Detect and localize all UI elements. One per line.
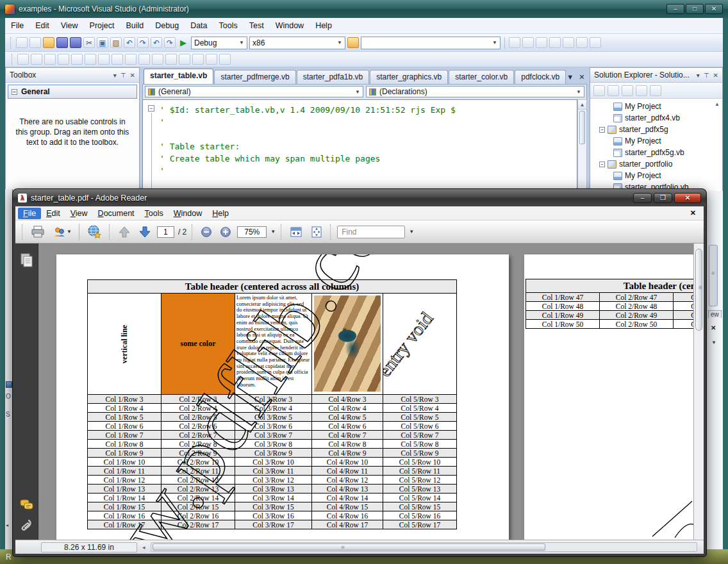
find-in-files-icon[interactable] [509,37,520,48]
tree-item-starter_pdfx4-vb[interactable]: starter_pdfx4.vb [590,112,722,124]
magnifier-off-icon[interactable] [219,54,231,65]
add-new-item-icon[interactable] [29,37,41,48]
new-project-icon[interactable] [16,37,28,48]
reader-menu-tools[interactable]: Tools [140,208,169,219]
view-class-diagram-icon[interactable] [650,85,661,96]
chevron-down-icon[interactable]: ▾ [697,72,700,79]
vs-menu-debug[interactable]: Debug [149,19,185,33]
balloon-arrow2-icon[interactable] [206,54,217,65]
speech-balloon-icon[interactable] [138,54,150,65]
collaborate-button[interactable]: ▼ [51,223,74,241]
fit-page-button[interactable] [308,223,325,241]
reader-menu-document[interactable]: Document [93,208,140,219]
align-lines-icon[interactable] [98,54,110,65]
scrollbar-thumb[interactable] [579,111,585,144]
next-page-button[interactable] [136,223,153,241]
scrollbar-thumb[interactable] [695,249,702,331]
reader-menu-view[interactable]: View [65,208,93,219]
tab-starter_pdfmerge.vb[interactable]: starter_pdfmerge.vb [214,70,295,84]
tab-starter_graphics.vb[interactable]: starter_graphics.vb [370,70,448,84]
vs-minimize-button[interactable]: – [666,4,684,14]
comments-panel-icon[interactable] [20,499,34,514]
scrollbar-thumb[interactable] [153,543,545,551]
vs-maximize-button[interactable]: □ [686,4,704,14]
vs-menu-view[interactable]: View [55,19,84,33]
pin-icon[interactable]: ⊤ [120,72,126,79]
chevron-down-icon[interactable]: ▼ [270,229,276,235]
vs-menu-window[interactable]: Window [270,19,310,33]
save-icon[interactable] [56,37,68,48]
reader-restore-button[interactable]: ❐ [654,193,672,203]
vs-menu-build[interactable]: Build [120,19,149,33]
tab-starter_color.vb[interactable]: starter_color.vb [449,70,514,84]
tab-pdfclock.vb[interactable]: pdfclock.vb [515,70,566,84]
code-fold-icon[interactable]: − [148,105,154,112]
find-dropdown-icon[interactable]: ▼ [409,229,414,235]
fit-width-button[interactable] [288,223,304,241]
zoom-out-button[interactable] [199,223,214,241]
vs-menu-tools[interactable]: Tools [213,19,244,33]
object-browser-icon[interactable] [549,37,561,48]
reader-menu-edit[interactable]: Edit [41,208,65,219]
scroll-up-icon[interactable]: ▲ [715,101,720,107]
reader-menu-help[interactable]: Help [207,208,234,219]
tree-item-starter_portfolio[interactable]: −starter_portfolio [590,158,722,170]
rounded-rectangle-icon[interactable] [125,54,136,65]
toolbox-group-general[interactable]: − General [8,85,137,99]
indent-icon[interactable] [85,54,96,65]
vs-menu-test[interactable]: Test [244,19,270,33]
find-symbol-icon[interactable] [522,37,534,48]
vs-menu-file[interactable]: File [5,19,29,33]
vs-close-button[interactable]: ✕ [705,4,723,14]
share-web-button[interactable] [85,223,104,241]
collapse-icon[interactable]: − [599,162,605,167]
tree-item-my-project[interactable]: My Project [590,101,722,112]
close-icon[interactable]: ✕ [130,72,135,79]
open-file-icon[interactable] [43,37,54,48]
tree-item-starter_pdfx5g[interactable]: −starter_pdfx5g [590,124,722,135]
reader-horizontal-scrollbar[interactable] [151,542,697,552]
collapse-icon[interactable]: − [12,89,17,95]
debug-config-select[interactable]: Debug▼ [191,37,247,49]
tree-item-my-project[interactable]: My Project [590,170,722,181]
refresh-icon[interactable] [622,85,633,96]
align-lines-blue-icon[interactable] [112,54,123,65]
vs-menu-project[interactable]: Project [84,19,120,33]
navigate-backward-icon[interactable] [151,37,162,48]
solution-explorer-icon[interactable] [576,37,588,48]
reader-close-button[interactable]: ✕ [674,193,701,203]
properties-window-icon[interactable] [536,37,547,48]
tab-starter_pdfa1b.vb[interactable]: starter_pdfa1b.vb [297,70,369,84]
redo-icon[interactable] [137,37,149,48]
start-debug-icon[interactable] [178,37,189,48]
attachments-panel-icon[interactable] [20,518,34,537]
command-window-icon[interactable] [590,37,601,48]
speech-balloon4-icon[interactable] [179,54,190,65]
vs-menu-edit[interactable]: Edit [29,19,55,33]
scrollbar-thumb[interactable] [709,245,718,306]
speech-balloon2-icon[interactable] [152,54,163,65]
cursor-page-icon[interactable] [31,54,42,65]
find-input[interactable] [337,226,405,238]
paste-icon[interactable] [110,37,122,48]
search-combo[interactable]: ▼ [361,37,500,49]
page-number-input[interactable] [157,226,174,238]
toolbox-icon[interactable] [563,37,574,48]
tree-item-my-project[interactable]: My Project [590,135,722,147]
find-text-icon[interactable] [58,54,69,65]
tab-starter_table.vb[interactable]: starter_table.vb [144,69,213,84]
close-document-icon[interactable]: ✕ [690,209,701,217]
reader-menu-window[interactable]: Window [169,208,207,219]
balloon-arrow-icon[interactable] [192,54,204,65]
copy-icon[interactable] [97,37,108,48]
vs-menu-help[interactable]: Help [310,19,338,33]
objects-select[interactable]: (General) ▼ [145,86,363,97]
scroll-left-icon[interactable]: ◂ [6,522,12,528]
clipped-tab[interactable]: ew [708,310,722,318]
close-document-icon[interactable]: ✕ [579,73,584,81]
zoom-in-button[interactable] [218,223,233,241]
platform-select[interactable]: x86▼ [249,37,345,49]
tab-overflow-icon[interactable]: ▼ [567,73,574,81]
properties-icon[interactable] [593,85,605,96]
print-button[interactable] [29,223,47,241]
